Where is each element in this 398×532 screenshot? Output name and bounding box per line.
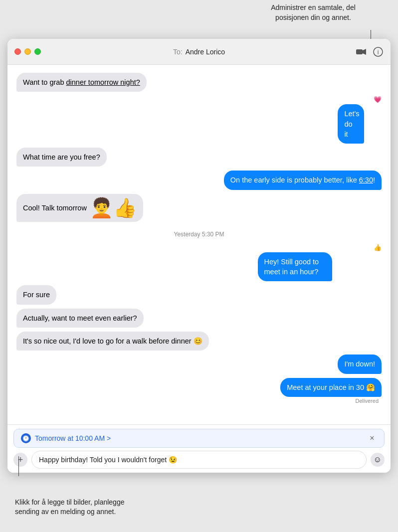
tooltip-bottom-line [18,456,19,476]
message-row: I'm down! [16,355,382,373]
minimize-button[interactable] [24,48,31,55]
to-label: To: [173,48,183,56]
message-row: Actually, want to meet even earlier? [16,309,382,328]
message-bubble: Let's do it [338,104,364,144]
recipient-name: Andre Lorico [186,48,225,56]
add-button[interactable]: + [13,453,27,467]
maximize-button[interactable] [34,48,41,55]
message-bubble: Hey! Still good to meet in an hour? [258,252,332,282]
message-bubble: On the early side is probably better, li… [224,171,382,189]
emoji-button[interactable]: ☺ [371,453,385,467]
tooltip-top: Administrer en samtale, del posisjonen d… [243,0,383,25]
message-input[interactable] [31,451,367,469]
message-bubble: It's so nice out, I'd love to go for a w… [16,332,209,351]
title-bar-center: To: Andre Lorico [173,48,225,56]
scheduled-left: 🕐 Tomorrow at 10:00 AM > [21,433,111,443]
title-bar: To: Andre Lorico i [7,39,391,65]
traffic-lights [14,48,41,55]
message-bubble: What time are you free? [16,148,107,167]
message-row: Want to grab dinner tomorrow night? [16,73,382,92]
message-row: 💗 Let's do it [16,96,382,144]
info-button[interactable]: i [373,46,384,57]
messages-area[interactable]: Want to grab dinner tomorrow night? 💗 Le… [7,65,391,424]
message-row: Meet at your place in 30 🤗 Delivered [16,378,382,404]
delivered-label: Delivered [356,397,382,404]
clock-icon: 🕐 [21,433,31,443]
svg-rect-0 [356,49,363,54]
message-row: 👍 Hey! Still good to meet in an hour? [16,244,382,282]
input-area: 🕐 Tomorrow at 10:00 AM > × + ☺ [7,424,391,473]
scheduled-close-button[interactable]: × [367,433,377,443]
input-row: + ☺ [13,451,385,469]
message-bubble: For sure [16,285,56,304]
message-row: What time are you free? [16,148,382,167]
title-bar-actions: i [356,46,384,57]
video-call-button[interactable] [356,46,367,57]
message-row: For sure [16,285,382,304]
message-bubble: Cool! Talk tomorrow 🧑‍🦱👍 [16,194,143,222]
scheduled-banner: 🕐 Tomorrow at 10:00 AM > × [13,429,385,448]
messages-window: To: Andre Lorico i Want to grab dinn [7,39,391,473]
scheduled-label[interactable]: Tomorrow at 10:00 AM > [35,434,111,442]
message-row: On the early side is probably better, li… [16,171,382,189]
message-row: It's so nice out, I'd love to go for a w… [16,332,382,351]
svg-marker-1 [363,49,366,55]
message-bubble: Meet at your place in 30 🤗 [280,378,382,397]
svg-text:i: i [378,49,379,56]
message-bubble: I'm down! [338,355,382,373]
tooltip-bottom: Klikk for å legge til bilder, planlegge … [15,498,165,517]
message-row: Cool! Talk tomorrow 🧑‍🦱👍 [16,194,382,222]
timestamp-divider: Yesterday 5:30 PM [16,226,382,240]
message-bubble: Want to grab dinner tomorrow night? [16,73,147,92]
close-button[interactable] [14,48,21,55]
message-bubble: Actually, want to meet even earlier? [16,309,144,328]
